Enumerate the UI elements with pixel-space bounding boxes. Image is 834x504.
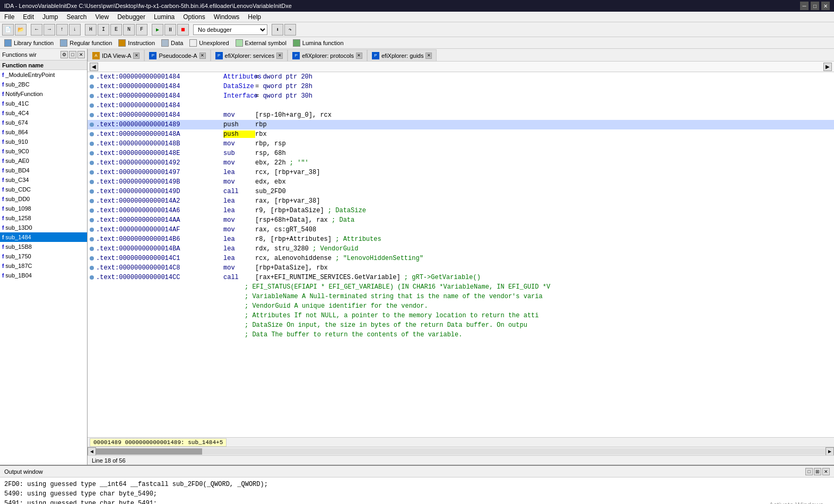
disasm-line[interactable]: .text:00000000000014C8mov[rbp+DataSize],… (88, 263, 834, 273)
toolbar-exports[interactable]: E (110, 24, 122, 36)
output-detach[interactable]: ⊞ (814, 468, 821, 475)
tab-pseudocode-a[interactable]: PPseudocode-A✕ (144, 49, 210, 61)
disasm-view[interactable]: .text:0000000000001484Attributes= dword … (88, 72, 834, 437)
function-list-item[interactable]: fsub_1B04 (0, 271, 87, 280)
disasm-line[interactable]: .text:00000000000014A6lear9, [rbp+DataSi… (88, 206, 834, 215)
disasm-line[interactable]: .text:000000000000148Bmovrbp, rsp (88, 139, 834, 149)
tab-close-button[interactable]: ✕ (425, 53, 432, 59)
menu-item-options[interactable]: Options (179, 12, 209, 22)
toolbar-forward[interactable]: → (44, 24, 55, 36)
tab-efixplorer--protocols[interactable]: PefiXplorer: protocols✕ (288, 49, 367, 61)
disasm-line[interactable]: ; VariableName A Null-terminated string … (88, 292, 834, 301)
functions-panel-detach[interactable]: □ (69, 51, 76, 58)
disasm-line[interactable]: ; Attributes If not NULL, a pointer to t… (88, 311, 834, 320)
disasm-line[interactable]: .text:0000000000001484mov[rsp-10h+arg_0]… (88, 110, 834, 120)
debugger-combo[interactable]: No debuggerLocal Windows debuggerRemote … (193, 24, 267, 35)
disasm-line[interactable]: .text:00000000000014BAleardx, stru_3280 … (88, 244, 834, 254)
function-list-item[interactable]: fsub_CDC (0, 185, 87, 194)
function-list-item[interactable]: fsub_187C (0, 261, 87, 271)
hscroll-track[interactable] (96, 448, 826, 455)
function-list-item[interactable]: fsub_1258 (0, 213, 87, 223)
disasm-line[interactable]: .text:00000000000014C1learcx, aLenovohid… (88, 254, 834, 263)
menu-item-jump[interactable]: Jump (38, 12, 62, 22)
disasm-line[interactable]: ; VendorGuid A unique identifier for the… (88, 301, 834, 311)
function-list-item[interactable]: fsub_41C (0, 99, 87, 108)
function-list-item[interactable]: f_ModuleEntryPoint (0, 70, 87, 80)
disasm-line[interactable]: .text:000000000000148Apushrbx (88, 129, 834, 139)
output-close[interactable]: ✕ (822, 468, 830, 475)
toolbar-debug-run[interactable]: ▶ (152, 24, 163, 36)
disasm-line[interactable]: .text:000000000000149Bmovedx, ebx (88, 177, 834, 187)
function-list-item[interactable]: fsub_1484 (0, 232, 87, 242)
toolbar-up[interactable]: ↑ (56, 24, 68, 36)
function-list-item[interactable]: fsub_4C4 (0, 108, 87, 118)
minimize-button[interactable]: ─ (800, 2, 809, 10)
disasm-line[interactable]: .text:0000000000001484Interface= qword p… (88, 91, 834, 101)
function-list-item[interactable]: fsub_1098 (0, 204, 87, 213)
function-list-item[interactable]: fsub_DD0 (0, 194, 87, 204)
hscroll-left[interactable]: ◀ (88, 447, 96, 456)
disasm-line[interactable]: .text:0000000000001489pushrbp (88, 120, 834, 129)
menu-item-edit[interactable]: Edit (19, 12, 38, 22)
disasm-line[interactable]: .text:0000000000001497learcx, [rbp+var_3… (88, 168, 834, 177)
disasm-line[interactable]: .text:0000000000001484DataSize= qword pt… (88, 82, 834, 91)
toolbar-down[interactable]: ↓ (69, 24, 81, 36)
disasm-line[interactable]: .text:000000000000148Esubrsp, 68h (88, 149, 834, 158)
menu-item-file[interactable]: File (0, 12, 19, 22)
output-maximize[interactable]: □ (805, 468, 813, 475)
function-list-item[interactable]: fsub_C34 (0, 175, 87, 185)
disasm-line[interactable]: .text:00000000000014A2learax, [rbp+var_3… (88, 196, 834, 206)
disasm-line[interactable]: ; DataSize On input, the size in bytes o… (88, 320, 834, 330)
hscroll-right[interactable]: ▶ (826, 447, 834, 456)
toolbar-names[interactable]: N (123, 24, 135, 36)
close-button[interactable]: ✕ (821, 2, 830, 10)
disasm-line[interactable]: .text:000000000000149Dcallsub_2FD0 (88, 187, 834, 196)
functions-list[interactable]: f_ModuleEntryPointfsub_2BCfNotifyFunctio… (0, 70, 87, 465)
menu-item-windows[interactable]: Windows (210, 12, 244, 22)
menu-item-view[interactable]: View (91, 12, 113, 22)
menu-item-search[interactable]: Search (62, 12, 91, 22)
disasm-line[interactable]: .text:0000000000001484Attributes= dword … (88, 72, 834, 82)
toolbar-back[interactable]: ← (31, 24, 42, 36)
tab-close-button[interactable]: ✕ (199, 53, 206, 59)
function-list-item[interactable]: fsub_674 (0, 118, 87, 127)
tab-efixplorer--services[interactable]: PefiXplorer: services✕ (211, 49, 288, 61)
disasm-line[interactable]: .text:00000000000014AAmov[rsp+68h+Data],… (88, 215, 834, 225)
toolbar-new[interactable]: 📄 (2, 24, 14, 36)
function-list-item[interactable]: fsub_BD4 (0, 166, 87, 175)
function-list-item[interactable]: fsub_910 (0, 137, 87, 146)
maximize-button[interactable]: □ (811, 2, 819, 10)
disasm-line[interactable]: .text:00000000000014CCcall[rax+EFI_RUNTI… (88, 273, 834, 282)
function-list-item[interactable]: fsub_AE0 (0, 156, 87, 166)
disasm-line[interactable]: ; EFI_STATUS(EFIAPI * EFI_GET_VARIABLE) … (88, 282, 834, 292)
subnav-right[interactable]: ▶ (823, 63, 832, 71)
function-list-item[interactable]: fsub_2BC (0, 80, 87, 89)
function-list-item[interactable]: fsub_9C0 (0, 146, 87, 156)
toolbar-hex[interactable]: H (85, 24, 97, 36)
hscroll-thumb[interactable] (96, 448, 202, 455)
toolbar-debug-pause[interactable]: ⏸ (164, 24, 176, 36)
tab-close-button[interactable]: ✕ (276, 53, 283, 59)
toolbar-step-over[interactable]: ↷ (284, 24, 296, 36)
functions-panel-settings[interactable]: ⚙ (60, 51, 68, 58)
disasm-line[interactable]: .text:00000000000014AFmovrax, cs:gRT_540… (88, 225, 834, 234)
menu-item-help[interactable]: Help (244, 12, 265, 22)
disasm-line[interactable]: .text:0000000000001492movebx, 22h ; '"' (88, 158, 834, 168)
menu-item-lumina[interactable]: Lumina (150, 12, 179, 22)
toolbar-debug-stop[interactable]: ⏹ (177, 24, 189, 36)
function-list-item[interactable]: fNotifyFunction (0, 89, 87, 99)
toolbar-imports[interactable]: I (98, 24, 109, 36)
disasm-line[interactable]: .text:0000000000001484 (88, 101, 834, 110)
toolbar-step-into[interactable]: ⬇ (272, 24, 283, 36)
function-list-item[interactable]: fsub_15B8 (0, 242, 87, 251)
function-list-item[interactable]: fsub_1750 (0, 251, 87, 261)
toolbar-functions[interactable]: F (136, 24, 147, 36)
disasm-line[interactable]: .text:00000000000014B6lear8, [rbp+Attrib… (88, 234, 834, 244)
subnav-left[interactable]: ◀ (90, 63, 98, 71)
function-list-item[interactable]: fsub_13D0 (0, 223, 87, 232)
tab-efixplorer--guids[interactable]: PefiXplorer: guids✕ (367, 49, 437, 61)
tab-close-button[interactable]: ✕ (133, 53, 140, 59)
toolbar-open[interactable]: 📂 (15, 24, 27, 36)
menu-item-debugger[interactable]: Debugger (113, 12, 150, 22)
disasm-hscroll[interactable]: ◀ ▶ (88, 447, 834, 455)
